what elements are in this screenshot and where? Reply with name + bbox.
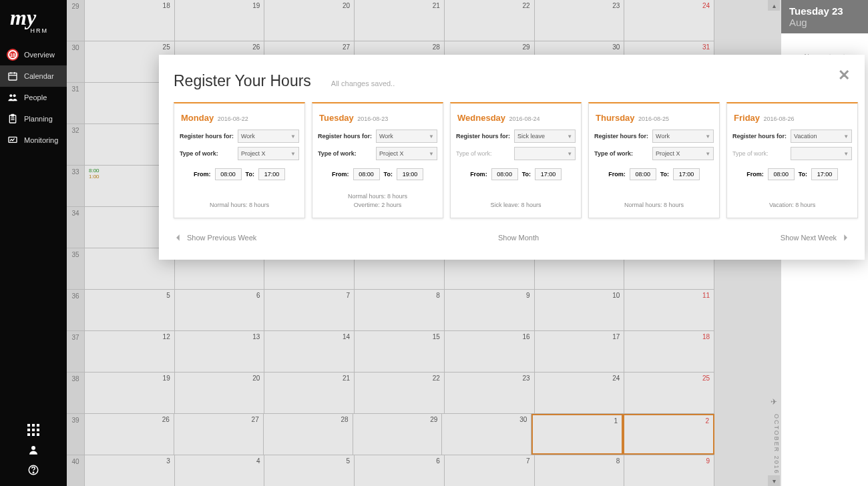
week-number: 31 bbox=[67, 83, 85, 124]
calendar-cell[interactable]: 23 bbox=[535, 0, 625, 41]
type-select[interactable]: Project X▼ bbox=[376, 147, 437, 160]
calendar-cell[interactable]: 14 bbox=[264, 331, 355, 372]
to-label: To: bbox=[246, 171, 254, 178]
register-label: Register hours for: bbox=[594, 133, 648, 140]
calendar-cell[interactable]: 10 bbox=[535, 290, 625, 330]
month-label-oct: OCTOBER 2016 bbox=[768, 414, 780, 475]
calendar-cell[interactable]: 24 bbox=[535, 373, 625, 413]
apps-icon[interactable] bbox=[27, 424, 39, 436]
sidebar-bottom bbox=[0, 424, 67, 486]
modal-nav: Show Previous Week Show Month Show Next … bbox=[159, 218, 865, 242]
svg-point-13 bbox=[33, 472, 34, 473]
svg-rect-10 bbox=[9, 137, 17, 142]
calendar-cell[interactable]: 30 bbox=[442, 414, 531, 455]
calendar-cell[interactable]: 9 bbox=[624, 455, 714, 486]
week-number: 40 bbox=[67, 455, 85, 486]
register-label: Register hours for: bbox=[456, 133, 510, 140]
from-input[interactable]: 08:00 bbox=[491, 168, 518, 180]
day-name: Monday 2016-08-22 bbox=[180, 110, 299, 130]
calendar-cell[interactable]: 6 bbox=[175, 290, 265, 330]
calendar-cell[interactable]: 11 bbox=[624, 290, 714, 330]
type-select: ▼ bbox=[791, 147, 852, 160]
from-input[interactable]: 08:00 bbox=[353, 168, 380, 180]
week-number: 36 bbox=[67, 290, 85, 330]
calendar-cell[interactable]: 19 bbox=[175, 0, 265, 41]
day-name: Friday 2016-08-26 bbox=[732, 110, 852, 130]
card-summary: Normal hours: 8 hours bbox=[594, 196, 714, 210]
to-input[interactable]: 17:00 bbox=[811, 168, 838, 180]
calendar-cell[interactable]: 7 bbox=[445, 455, 535, 486]
calendar-cell[interactable]: 8 bbox=[535, 455, 625, 486]
nav-planning[interactable]: Planning bbox=[0, 108, 67, 130]
to-input[interactable]: 19:00 bbox=[397, 168, 423, 180]
register-select[interactable]: Work▼ bbox=[376, 130, 437, 143]
calendar-cell[interactable]: 21 bbox=[355, 0, 445, 41]
register-label: Register hours for: bbox=[732, 133, 787, 140]
nav-label: Calendar bbox=[24, 72, 54, 80]
calendar-cell[interactable]: 21 bbox=[264, 373, 355, 413]
calendar-cell[interactable]: 5 bbox=[264, 455, 355, 486]
type-select[interactable]: Project X▼ bbox=[238, 147, 299, 160]
calendar-cell[interactable]: 20 bbox=[264, 0, 355, 41]
calendar-cell[interactable]: 26 bbox=[85, 414, 174, 455]
calendar-cell[interactable]: 18 bbox=[624, 331, 714, 372]
scroll-down[interactable]: ▾ bbox=[768, 475, 780, 486]
calendar-cell[interactable]: 19 bbox=[85, 373, 175, 413]
calendar-cell[interactable]: 22 bbox=[445, 0, 535, 41]
clipboard-icon bbox=[7, 113, 19, 125]
calendar-cell[interactable]: 28 bbox=[264, 414, 353, 455]
show-month[interactable]: Show Month bbox=[498, 234, 539, 242]
calendar-cell[interactable]: 5 bbox=[85, 290, 175, 330]
show-previous-week[interactable]: Show Previous Week bbox=[174, 233, 256, 242]
calendar-cell[interactable]: 24 bbox=[624, 0, 714, 41]
register-select[interactable]: Work▼ bbox=[238, 130, 299, 143]
close-icon[interactable]: ✕ bbox=[838, 67, 850, 84]
calendar-cell[interactable]: 6 bbox=[355, 455, 445, 486]
people-icon bbox=[7, 91, 19, 103]
from-input[interactable]: 08:00 bbox=[630, 168, 656, 180]
type-label: Type of work: bbox=[318, 150, 357, 157]
register-select[interactable]: Sick leave▼ bbox=[514, 130, 576, 143]
calendar-cell[interactable]: 25 bbox=[624, 373, 714, 413]
register-label: Register hours for: bbox=[318, 133, 372, 140]
register-select[interactable]: Vacation▼ bbox=[791, 130, 852, 143]
calendar-cell[interactable]: 1 bbox=[531, 414, 623, 455]
calendar-cell[interactable]: 16 bbox=[445, 331, 535, 372]
register-label: Register hours for: bbox=[180, 133, 234, 140]
to-input[interactable]: 17:00 bbox=[258, 168, 285, 180]
user-icon[interactable] bbox=[27, 444, 39, 456]
nav-label: Monitoring bbox=[24, 136, 58, 144]
from-input[interactable]: 08:00 bbox=[768, 168, 795, 180]
nav-label: Planning bbox=[24, 115, 53, 123]
to-label: To: bbox=[384, 171, 393, 178]
week-number: 33 bbox=[67, 166, 85, 206]
calendar-cell[interactable]: 2 bbox=[623, 414, 714, 455]
nav-monitoring[interactable]: Monitoring bbox=[0, 130, 67, 151]
calendar-cell[interactable]: 18 bbox=[85, 0, 175, 41]
calendar-cell[interactable]: 8 bbox=[355, 290, 445, 330]
calendar-cell[interactable]: 9 bbox=[445, 290, 535, 330]
help-icon[interactable] bbox=[27, 464, 39, 476]
register-select[interactable]: Work▼ bbox=[652, 130, 714, 143]
nav-calendar[interactable]: Calendar bbox=[0, 65, 67, 87]
calendar-cell[interactable]: 15 bbox=[355, 331, 445, 372]
show-next-week[interactable]: Show Next Week bbox=[781, 233, 850, 242]
calendar-cell[interactable]: 4 bbox=[175, 455, 265, 486]
calendar-cell[interactable]: 7 bbox=[264, 290, 355, 330]
from-input[interactable]: 08:00 bbox=[215, 168, 242, 180]
to-input[interactable]: 17:00 bbox=[535, 168, 562, 180]
scroll-up[interactable]: ▴ bbox=[768, 0, 780, 11]
calendar-cell[interactable]: 23 bbox=[445, 373, 535, 413]
calendar-cell[interactable]: 13 bbox=[175, 331, 265, 372]
calendar-cell[interactable]: 29 bbox=[353, 414, 443, 455]
to-input[interactable]: 17:00 bbox=[673, 168, 700, 180]
nav-overview[interactable]: 10 Overview bbox=[0, 44, 67, 65]
calendar-cell[interactable]: 20 bbox=[175, 373, 265, 413]
calendar-cell[interactable]: 12 bbox=[85, 331, 175, 372]
nav-people[interactable]: People bbox=[0, 87, 67, 108]
calendar-cell[interactable]: 3 bbox=[85, 455, 175, 486]
calendar-cell[interactable]: 27 bbox=[174, 414, 264, 455]
type-select[interactable]: Project X▼ bbox=[652, 147, 714, 160]
calendar-cell[interactable]: 17 bbox=[535, 331, 625, 372]
calendar-cell[interactable]: 22 bbox=[355, 373, 445, 413]
